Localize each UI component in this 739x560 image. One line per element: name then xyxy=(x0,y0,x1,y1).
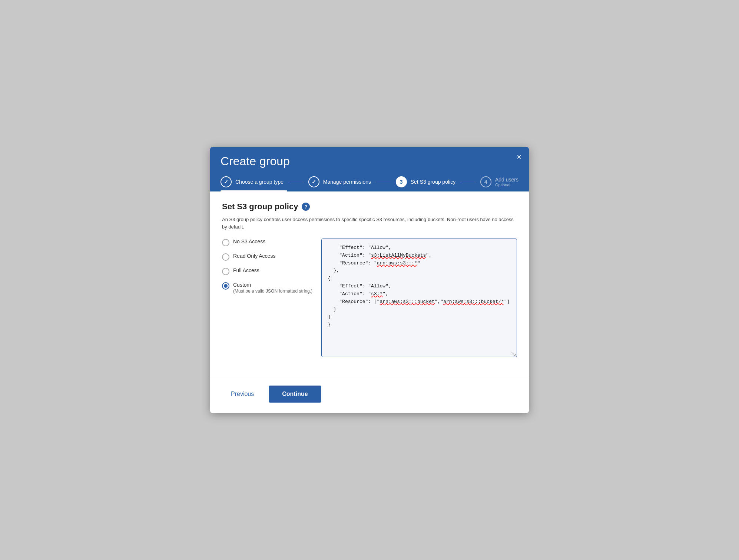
step-4: 4 Add users Optional xyxy=(480,176,518,187)
radio-custom[interactable]: Custom (Must be a valid JSON formatted s… xyxy=(222,282,312,294)
connector-3 xyxy=(460,182,476,182)
radio-full-access[interactable]: Full Access xyxy=(222,267,312,275)
radio-custom-labels: Custom (Must be a valid JSON formatted s… xyxy=(233,282,312,294)
step-2: ✓ Manage permissions xyxy=(308,176,371,187)
section-description: An S3 group policy controls user access … xyxy=(222,216,517,230)
radio-no-access[interactable]: No S3 Access xyxy=(222,239,312,246)
section-title-text: Set S3 group policy xyxy=(222,202,298,211)
radio-read-only-input[interactable] xyxy=(222,253,229,261)
step-4-optional: Optional xyxy=(495,183,518,187)
radio-no-access-input[interactable] xyxy=(222,239,229,246)
content-row: No S3 Access Read Only Access Full Acces… xyxy=(222,239,517,357)
help-icon[interactable]: ? xyxy=(302,203,310,211)
step-1-label: Choose a group type xyxy=(235,179,284,185)
step-1: ✓ Choose a group type xyxy=(221,176,284,187)
radio-custom-dot xyxy=(224,284,228,288)
dialog-title: Create group xyxy=(221,154,518,168)
step-2-circle: ✓ xyxy=(308,176,319,187)
radio-read-only-label: Read Only Access xyxy=(233,253,275,259)
step-3: 3 Set S3 group policy xyxy=(396,176,455,187)
step-4-circle: 4 xyxy=(480,176,491,187)
dialog-body: Set S3 group policy ? An S3 group policy… xyxy=(210,191,529,366)
resize-handle[interactable]: ⇲ xyxy=(511,351,516,356)
step-3-label: Set S3 group policy xyxy=(411,179,455,185)
section-title-row: Set S3 group policy ? xyxy=(222,202,517,211)
step-3-circle: 3 xyxy=(396,176,407,187)
policy-editor-wrap: "Effect": "Allow", "Action": "s3:ListAll… xyxy=(321,239,517,357)
radio-no-access-label: No S3 Access xyxy=(233,239,265,244)
radio-group: No S3 Access Read Only Access Full Acces… xyxy=(222,239,312,294)
active-step-underline xyxy=(221,190,287,191)
previous-button[interactable]: Previous xyxy=(222,386,263,402)
radio-custom-label: Custom xyxy=(233,282,312,288)
radio-custom-input[interactable] xyxy=(222,282,229,290)
connector-1 xyxy=(288,182,304,182)
stepper: ✓ Choose a group type ✓ Manage permissio… xyxy=(221,176,518,187)
step-1-circle: ✓ xyxy=(221,176,232,187)
dialog-footer: Previous Continue xyxy=(210,378,529,413)
step-4-label: Add users xyxy=(495,177,518,183)
radio-full-access-label: Full Access xyxy=(233,267,259,273)
radio-custom-sublabel: (Must be a valid JSON formatted string.) xyxy=(233,289,312,294)
step-2-label: Manage permissions xyxy=(323,179,371,185)
policy-editor[interactable]: "Effect": "Allow", "Action": "s3:ListAll… xyxy=(321,239,517,357)
close-button[interactable]: × xyxy=(517,153,521,161)
create-group-dialog: Create group × ✓ Choose a group type ✓ M… xyxy=(210,147,529,413)
step-4-labels: Add users Optional xyxy=(495,177,518,187)
continue-button[interactable]: Continue xyxy=(269,386,321,403)
radio-read-only[interactable]: Read Only Access xyxy=(222,253,312,261)
connector-2 xyxy=(375,182,391,182)
dialog-header: Create group × ✓ Choose a group type ✓ M… xyxy=(210,147,529,191)
radio-full-access-input[interactable] xyxy=(222,268,229,275)
